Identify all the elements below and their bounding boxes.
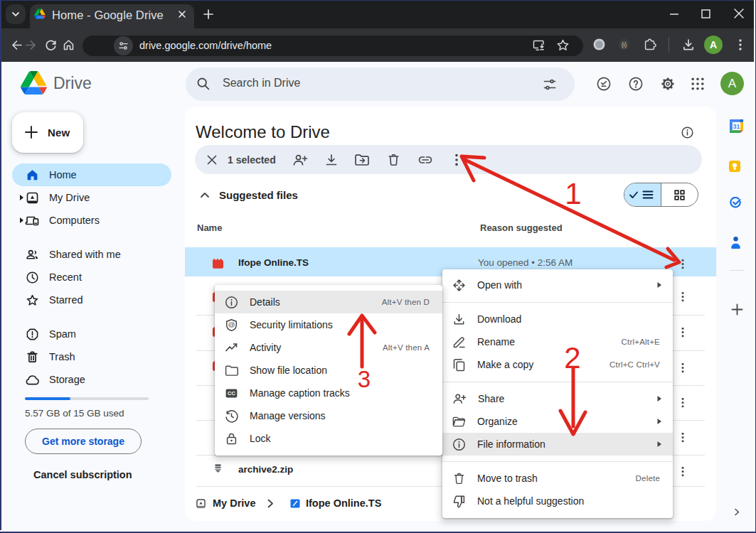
svg-text:{i}: {i} <box>622 41 627 48</box>
svg-text:CC: CC <box>228 390 235 397</box>
svg-text:31: 31 <box>733 123 740 130</box>
svg-text:@: @ <box>228 321 235 328</box>
